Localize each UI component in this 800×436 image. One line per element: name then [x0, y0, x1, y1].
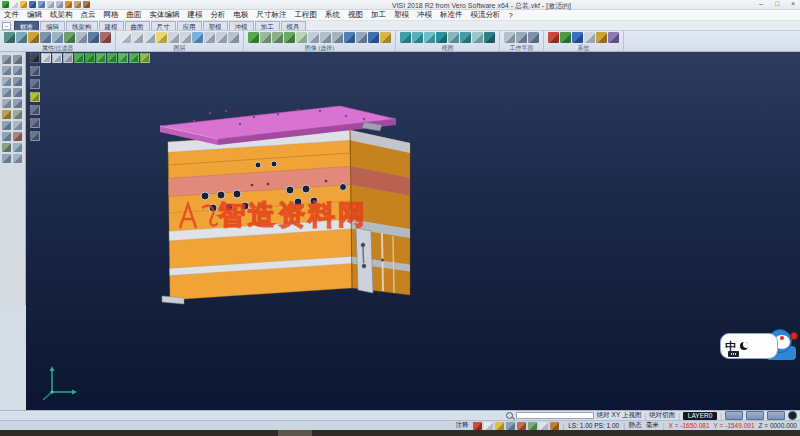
new-file-icon[interactable] — [11, 1, 18, 8]
taskbar[interactable] — [0, 430, 800, 436]
move-icon[interactable] — [2, 88, 11, 97]
refresh-view-icon[interactable] — [484, 32, 495, 43]
undo-icon[interactable] — [65, 1, 72, 8]
unit-label[interactable]: 毫米 — [646, 421, 659, 430]
chamfer-icon[interactable] — [13, 154, 22, 163]
menu-item-1[interactable]: 文件 — [0, 10, 23, 20]
menu-item-14[interactable]: 视图 — [344, 10, 367, 20]
menu-item-13[interactable]: 系统 — [321, 10, 344, 20]
mirror-icon[interactable] — [2, 99, 11, 108]
zoom-in-icon[interactable] — [400, 32, 411, 43]
view-iso-ne-icon[interactable] — [74, 53, 84, 63]
view-mode-label[interactable]: 绝对 XY 上视图 — [597, 411, 642, 420]
system-colors-icon[interactable] — [560, 32, 571, 43]
layer-off-icon[interactable] — [180, 32, 191, 43]
properties-icon[interactable] — [4, 32, 15, 43]
previous-view-icon[interactable] — [472, 32, 483, 43]
toolbar-tab-2[interactable]: 编辑 — [40, 21, 65, 30]
save-all-icon[interactable] — [38, 1, 45, 8]
view-rotate-left-icon[interactable] — [118, 53, 128, 63]
snap-mode-label[interactable]: 静态 — [629, 421, 642, 430]
layer-color-icon[interactable] — [192, 32, 203, 43]
element-select-icon[interactable] — [344, 32, 355, 43]
zoom-window-icon[interactable] — [424, 32, 435, 43]
menu-item-20[interactable]: ? — [505, 11, 517, 20]
menu-item-18[interactable]: 标准件 — [436, 10, 467, 20]
annotation-pin-icon[interactable] — [506, 422, 515, 430]
select-filter-icon[interactable] — [88, 32, 99, 43]
view-iso-nw-icon[interactable] — [85, 53, 95, 63]
menu-item-4[interactable]: 点云 — [77, 10, 100, 20]
search-input[interactable] — [516, 412, 594, 419]
toolbar-tab-8[interactable]: 塑模 — [203, 21, 228, 30]
ime-fullhalf-icon[interactable] — [740, 342, 748, 350]
array-icon[interactable] — [2, 143, 11, 152]
system-tools-icon[interactable] — [596, 32, 607, 43]
line-filter-icon[interactable] — [40, 32, 51, 43]
toolbar-tab-5[interactable]: 曲面 — [125, 21, 150, 30]
fillet-icon[interactable] — [2, 154, 11, 163]
layer-on-icon[interactable] — [144, 32, 155, 43]
panel-assembly-icon[interactable] — [30, 66, 40, 76]
annotation-tool-icon[interactable] — [550, 422, 559, 430]
zoom-select-icon[interactable] — [356, 32, 367, 43]
rotate-view-icon[interactable] — [460, 32, 471, 43]
viewbar-menu-icon[interactable] — [30, 53, 40, 63]
solid-filter-icon[interactable] — [64, 32, 75, 43]
layer-current-icon[interactable] — [156, 32, 167, 43]
menu-item-6[interactable]: 曲面 — [123, 10, 146, 20]
section-mode-label[interactable]: 绝对切面 — [649, 411, 675, 420]
view-cube-top-icon[interactable] — [41, 53, 51, 63]
menu-item-9[interactable]: 分析 — [207, 10, 230, 20]
system-info-icon[interactable] — [608, 32, 619, 43]
text-icon[interactable] — [13, 110, 22, 119]
layer-settings-icon[interactable] — [228, 32, 239, 43]
menu-item-16[interactable]: 塑模 — [390, 10, 413, 20]
system-database-icon[interactable] — [572, 32, 583, 43]
panel-highlight-icon[interactable] — [30, 92, 40, 102]
export-icon[interactable] — [56, 1, 63, 8]
shade-edges-icon[interactable] — [284, 32, 295, 43]
transparency-icon[interactable] — [296, 32, 307, 43]
ime-widget[interactable]: 中 — [720, 326, 798, 368]
import-icon[interactable] — [47, 1, 54, 8]
measure-icon[interactable] — [2, 110, 11, 119]
layer-manager-icon[interactable] — [120, 32, 131, 43]
view-home-icon[interactable] — [140, 53, 150, 63]
toolbar-tab-4[interactable]: 建模 — [99, 21, 124, 30]
view-iso-sw-icon[interactable] — [107, 53, 117, 63]
status-button-1[interactable] — [725, 411, 743, 420]
view-rotate-right-icon[interactable] — [129, 53, 139, 63]
status-button-2[interactable] — [746, 411, 764, 420]
menu-item-8[interactable]: 建模 — [184, 10, 207, 20]
workplane-face-icon[interactable] — [516, 32, 527, 43]
view-cube-front-icon[interactable] — [52, 53, 62, 63]
save-file-icon[interactable] — [29, 1, 36, 8]
stamp-icon[interactable] — [83, 1, 90, 8]
active-layer-badge[interactable]: LAYER0 — [683, 412, 717, 420]
toolbar-tab-11[interactable]: 模具 — [281, 21, 306, 30]
explode-icon[interactable] — [13, 132, 22, 141]
menu-item-15[interactable]: 加工 — [367, 10, 390, 20]
maximize-button[interactable]: □ — [772, 0, 782, 7]
circle-icon[interactable] — [13, 66, 22, 75]
menu-item-5[interactable]: 网格 — [100, 10, 123, 20]
menu-item-7[interactable]: 实体编辑 — [146, 10, 184, 20]
dimension-icon[interactable] — [2, 121, 11, 130]
curve-icon[interactable] — [2, 77, 11, 86]
menu-item-19[interactable]: 模流分析 — [467, 10, 505, 20]
toolbar-tab-6[interactable]: 尺寸 — [151, 21, 176, 30]
filter-icon[interactable] — [16, 32, 27, 43]
annotation-warn-icon[interactable] — [495, 422, 504, 430]
menu-item-2[interactable]: 编辑 — [23, 10, 46, 20]
toolbar-tab-3[interactable]: 线架构 — [66, 21, 98, 30]
box-select-icon[interactable] — [308, 32, 319, 43]
workplane-standard-icon[interactable] — [504, 32, 515, 43]
trim-icon[interactable] — [13, 77, 22, 86]
taskbar-window-segment[interactable] — [278, 430, 312, 436]
view-iso-se-icon[interactable] — [96, 53, 106, 63]
menu-item-3[interactable]: 线架构 — [46, 10, 77, 20]
group-icon[interactable] — [2, 132, 11, 141]
close-button[interactable]: × — [788, 0, 798, 7]
system-report-icon[interactable] — [584, 32, 595, 43]
